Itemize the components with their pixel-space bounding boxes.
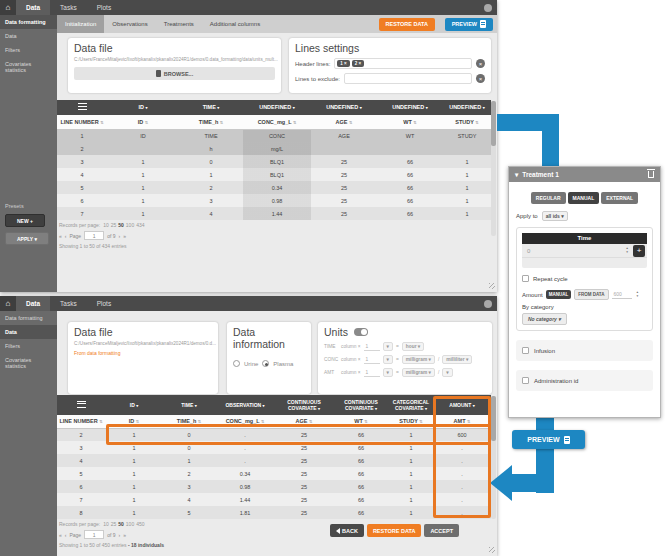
table-cell[interactable]: 1 — [443, 207, 491, 220]
header-lines-input[interactable]: 1 ×2 × — [334, 58, 472, 69]
column-type-dropdown[interactable]: UNDEFINED ▾ — [311, 100, 377, 115]
subtab-initialization[interactable]: Initialization — [57, 15, 104, 33]
table-row[interactable]: 310BLQ125661 — [57, 155, 491, 168]
last-page-button[interactable]: » — [123, 532, 126, 538]
table-cell[interactable]: 25 — [311, 194, 377, 207]
apply-preset-button[interactable]: APPLY ▾ — [5, 232, 49, 245]
column-header[interactable]: ID ⇅ — [107, 115, 179, 129]
table-menu-header[interactable] — [57, 395, 105, 415]
table-cell[interactable]: 1 — [107, 155, 179, 168]
records-per-page-option[interactable]: 100 — [126, 222, 134, 228]
table-menu-header[interactable] — [57, 100, 107, 115]
spinner-down-icon[interactable]: ▾ — [637, 295, 639, 299]
table-cell[interactable]: 1 — [389, 467, 433, 480]
spinner-down-icon[interactable]: ▾ — [626, 251, 628, 255]
apply-to-dropdown[interactable]: all ids ▾ — [542, 211, 568, 221]
table-cell[interactable]: 6 — [57, 480, 105, 493]
table-row[interactable]: 8151.8125661. — [57, 506, 491, 519]
records-per-page-option[interactable]: 434 — [136, 222, 144, 228]
accept-button[interactable]: ACCEPT — [424, 524, 459, 537]
table-cell[interactable]: 5 — [57, 467, 105, 480]
header-line-chip[interactable]: 2 × — [352, 60, 364, 67]
sidebar-item-data-formatting[interactable]: Data formatting — [0, 15, 57, 29]
table-cell[interactable]: 1 — [105, 506, 163, 519]
table-cell[interactable]: WT — [377, 129, 443, 142]
table-cell[interactable]: 66 — [333, 454, 389, 467]
table-cell[interactable]: 3 — [163, 480, 215, 493]
tab-data[interactable]: Data — [16, 0, 50, 15]
table-cell[interactable]: 4 — [163, 493, 215, 506]
table-cell[interactable]: 2 — [163, 467, 215, 480]
column-type-dropdown[interactable]: TIME ▾ — [163, 395, 215, 415]
resize-grip[interactable] — [489, 283, 495, 289]
amt-mass-unit-dropdown[interactable]: milligram ▾ — [402, 368, 435, 377]
amt-denominator-unit-dropdown[interactable]: ▾ — [442, 368, 452, 377]
table-cell[interactable]: 3 — [57, 441, 105, 454]
records-per-page-option[interactable]: 25 — [111, 222, 117, 228]
subtab-additional-columns[interactable]: Additional columns — [202, 15, 268, 33]
next-page-button[interactable]: › — [118, 233, 120, 239]
table-cell[interactable]: 66 — [377, 155, 443, 168]
time-unit-dropdown[interactable]: hour ▾ — [402, 342, 424, 351]
table-cell[interactable]: 4 — [179, 207, 243, 220]
table-cell[interactable]: 1.44 — [215, 493, 275, 506]
unit-factor-input[interactable]: 1 — [364, 369, 380, 377]
table-cell[interactable]: AGE — [311, 129, 377, 142]
table-cell[interactable]: 2 — [57, 428, 105, 441]
page-input[interactable]: 1 — [84, 530, 104, 539]
table-cell[interactable]: 3 — [179, 194, 243, 207]
table-row[interactable]: 7141.4425661 — [57, 207, 491, 220]
table-row[interactable]: 6130.9825661. — [57, 480, 491, 493]
treatment-panel-header[interactable]: ▾ Treatment 1 — [509, 167, 660, 182]
table-cell[interactable]: h — [179, 142, 243, 155]
home-tab[interactable]: ⌂ — [0, 0, 16, 15]
table-cell[interactable]: 1.44 — [243, 207, 311, 220]
add-time-button[interactable]: + — [633, 245, 645, 257]
records-per-page-option[interactable]: 100 — [126, 521, 134, 527]
amount-spinner[interactable]: ▴ ▾ — [637, 291, 639, 298]
amount-manual-button[interactable]: MANUAL — [546, 290, 572, 299]
table-cell[interactable]: 6 — [57, 194, 107, 207]
table-cell[interactable]: 7 — [57, 493, 105, 506]
table-row[interactable]: 7141.4425661. — [57, 493, 491, 506]
time-spinner[interactable]: ▴ ▾ — [626, 247, 628, 254]
header-line-chip[interactable]: 1 × — [337, 60, 349, 67]
first-page-button[interactable]: « — [59, 532, 62, 538]
table-cell[interactable]: 25 — [275, 454, 333, 467]
column-header[interactable]: LINE NUMBER ⇅ — [57, 415, 105, 428]
unit-prefix-dropdown[interactable]: ▾ — [383, 355, 393, 364]
table-cell[interactable]: 1 — [443, 155, 491, 168]
table-cell[interactable]: 1 — [105, 480, 163, 493]
table-cell[interactable]: 7 — [57, 207, 107, 220]
regular-mode-button[interactable]: REGULAR — [531, 192, 566, 204]
new-preset-button[interactable]: NEW + — [5, 214, 45, 227]
table-cell[interactable]: mg/L — [243, 142, 311, 155]
table-cell[interactable]: 25 — [311, 168, 377, 181]
table-cell[interactable]: 8 — [57, 506, 105, 519]
table-cell[interactable]: 0.98 — [215, 480, 275, 493]
clear-header-lines-button[interactable]: × — [476, 59, 485, 68]
table-cell[interactable]: 4 — [57, 454, 105, 467]
units-toggle[interactable] — [354, 328, 368, 336]
column-type-dropdown[interactable]: UNDEFINED ▾ — [243, 100, 311, 115]
table-cell[interactable]: 1 — [389, 506, 433, 519]
column-header[interactable]: WT ⇅ — [377, 115, 443, 129]
chat-icon[interactable] — [484, 300, 492, 308]
home-tab[interactable]: ⌂ — [0, 296, 16, 311]
preview-button[interactable]: PREVIEW — [445, 18, 493, 31]
table-cell[interactable]: 1 — [105, 454, 163, 467]
column-type-dropdown[interactable]: UNDEFINED ▾ — [443, 100, 491, 115]
table-cell[interactable]: BLQ1 — [243, 155, 311, 168]
table-cell[interactable]: 1 — [443, 168, 491, 181]
page-input[interactable]: 1 — [84, 231, 104, 240]
sidebar-item-data[interactable]: Data — [0, 29, 57, 43]
records-per-page-option[interactable]: 10 — [103, 222, 109, 228]
table-cell[interactable] — [443, 142, 491, 155]
manual-mode-button[interactable]: MANUAL — [568, 192, 600, 204]
column-type-dropdown[interactable]: CONTINUOUS COVARIATE ▾ — [275, 395, 333, 415]
table-cell[interactable]: 1 — [163, 454, 215, 467]
table-cell[interactable]: 5 — [163, 506, 215, 519]
plasma-radio[interactable] — [262, 360, 269, 367]
table-cell[interactable]: 1 — [57, 129, 107, 142]
sidebar-item-covariates-statistics[interactable]: Covariates statistics — [0, 57, 57, 77]
